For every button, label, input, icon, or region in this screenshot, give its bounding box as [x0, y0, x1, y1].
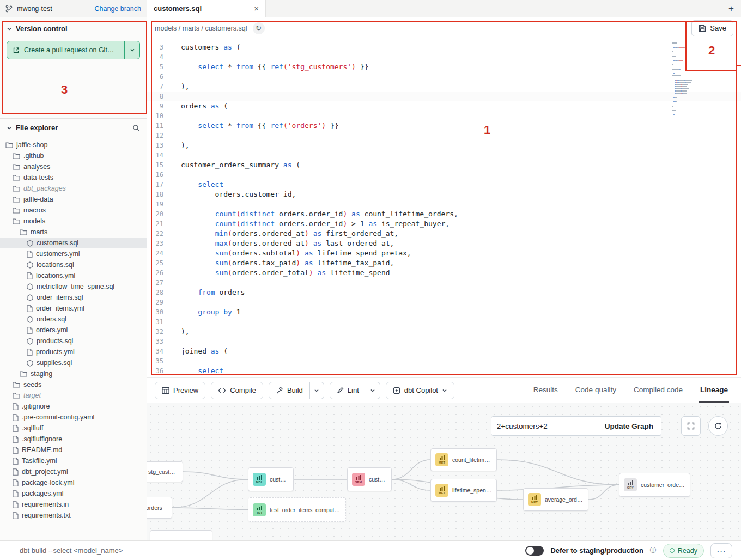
tree-item-locations.sql[interactable]: locations.sql	[0, 259, 147, 270]
lineage-node-test_order_items_compute_to_bools[interactable]: TSTtest_order_items_compute_to_bools…	[248, 497, 346, 522]
code-line-3[interactable]: 3customers as (	[147, 42, 741, 52]
code-line-11[interactable]: 11 select * from {{ ref('orders') }}	[147, 121, 741, 131]
code-line-15[interactable]: 15customer_orders_summary as (	[147, 160, 741, 170]
lineage-node-count_lifetime_orders[interactable]: METcount_lifetime_orders	[430, 448, 497, 471]
code-line-28[interactable]: 28 from orders	[147, 288, 741, 297]
code-line-5[interactable]: 5 select * from {{ ref('stg_customers') …	[147, 62, 741, 72]
code-line-20[interactable]: 20 count(distinct orders.order_id) as co…	[147, 209, 741, 219]
code-line-17[interactable]: 17 select	[147, 180, 741, 190]
lineage-node-lifetime_spend_pretax[interactable]: METlifetime_spend_pretax	[430, 479, 497, 502]
code-line-6[interactable]: 6	[147, 72, 741, 82]
tree-item-staging[interactable]: staging	[0, 368, 147, 379]
tree-item-.sqlfluff[interactable]: .sqlfluff	[0, 423, 147, 434]
code-line-8[interactable]: 8	[147, 92, 741, 101]
tab-compiled-code[interactable]: Compiled code	[633, 378, 684, 403]
code-line-9[interactable]: 9orders as (	[147, 101, 741, 111]
update-graph-button[interactable]: Update Graph	[597, 416, 661, 436]
minimap[interactable]	[672, 42, 720, 117]
build-button[interactable]: Build	[269, 382, 310, 399]
save-button[interactable]: Save	[691, 20, 733, 36]
tree-item-orders.sql[interactable]: orders.sql	[0, 314, 147, 325]
code-editor[interactable]: 3customers as (45 select * from {{ ref('…	[147, 39, 741, 377]
code-line-31[interactable]: 31	[147, 317, 741, 327]
tree-item-requirements.in[interactable]: requirements.in	[0, 499, 147, 510]
code-line-18[interactable]: 18 orders.customer_id,	[147, 190, 741, 199]
code-line-13[interactable]: 13),	[147, 141, 741, 150]
code-line-12[interactable]: 12	[147, 131, 741, 141]
tree-item-target[interactable]: target	[0, 390, 147, 401]
tree-item-customers.yml[interactable]: customers.yml	[0, 248, 147, 259]
code-line-24[interactable]: 24 sum(orders.subtotal) as lifetime_spen…	[147, 248, 741, 258]
create-pull-request-main[interactable]: Create a pull request on Git…	[7, 41, 124, 59]
lint-dropdown-button[interactable]	[366, 382, 380, 399]
code-line-33[interactable]: 33	[147, 337, 741, 346]
code-line-29[interactable]: 29	[147, 297, 741, 307]
code-line-34[interactable]: 34joined as (	[147, 346, 741, 356]
tree-item-.pre-commit-config.yaml[interactable]: .pre-commit-config.yaml	[0, 412, 147, 423]
code-line-23[interactable]: 23 max(orders.ordered_at) as last_ordere…	[147, 239, 741, 248]
dbt-copilot-button[interactable]: dbt Copilot	[386, 382, 454, 399]
info-icon[interactable]: ⓘ	[650, 546, 657, 555]
tree-item-seeds[interactable]: seeds	[0, 379, 147, 390]
code-line-36[interactable]: 36 select	[147, 366, 741, 376]
tab-results[interactable]: Results	[532, 378, 559, 403]
code-line-4[interactable]: 4	[147, 52, 741, 62]
change-branch-link[interactable]: Change branch	[95, 5, 141, 13]
tree-item-metricflow-time-spine.sql[interactable]: metricflow_time_spine.sql	[0, 281, 147, 292]
code-line-21[interactable]: 21 count(distinct orders.order_id) > 1 a…	[147, 219, 741, 229]
code-line-25[interactable]: 25 sum(orders.tax_paid) as lifetime_tax_…	[147, 258, 741, 268]
code-line-26[interactable]: 26 sum(orders.order_total) as lifetime_s…	[147, 268, 741, 278]
tree-item-macros[interactable]: macros	[0, 205, 147, 216]
tree-item-jaffle-data[interactable]: jaffle-data	[0, 194, 147, 205]
tree-item-products.sql[interactable]: products.sql	[0, 336, 147, 346]
more-options-button[interactable]: ···	[710, 543, 732, 558]
lineage-node-partial[interactable]	[150, 530, 212, 540]
code-line-32[interactable]: 32),	[147, 327, 741, 337]
preview-button[interactable]: Preview	[155, 382, 205, 399]
defer-toggle[interactable]	[525, 546, 544, 556]
build-dropdown-button[interactable]	[310, 382, 324, 399]
code-line-14[interactable]: 14	[147, 150, 741, 160]
tree-item-order-items.yml[interactable]: order_items.yml	[0, 303, 147, 314]
tab-code-quality[interactable]: Code quality	[574, 378, 617, 403]
code-line-35[interactable]: 35	[147, 356, 741, 366]
fullscreen-button[interactable]	[681, 416, 701, 436]
file-explorer-header[interactable]: File explorer	[0, 119, 147, 135]
lineage-node-customer_order_metrics[interactable]: QRYcustomer_order_metrics	[619, 473, 690, 497]
tree-item-products.yml[interactable]: products.yml	[0, 346, 147, 357]
tree-item-.sqlfluffignore[interactable]: .sqlfluffignore	[0, 434, 147, 445]
tree-item-models[interactable]: models	[0, 216, 147, 227]
tree-item-dbt-packages[interactable]: dbt_packages	[0, 183, 147, 194]
code-line-7[interactable]: 7),	[147, 82, 741, 92]
tree-item-analyses[interactable]: analyses	[0, 161, 147, 172]
lineage-panel[interactable]: MDLstg_customersMDLordersMDLcustomersTST…	[147, 403, 741, 540]
lineage-node-average_order_value[interactable]: METaverage_order_value	[523, 488, 588, 511]
code-line-22[interactable]: 22 min(orders.ordered_at) as first_order…	[147, 229, 741, 239]
tree-item-Taskfile.yml[interactable]: Taskfile.yml	[0, 455, 147, 466]
lineage-node-orders[interactable]: MDLorders	[147, 497, 172, 519]
lineage-node-customers[interactable]: SEMcustomers	[347, 467, 392, 491]
code-line-10[interactable]: 10	[147, 111, 741, 121]
refresh-file-icon[interactable]: ↻	[253, 22, 265, 34]
lineage-selector-input[interactable]	[491, 416, 597, 436]
tree-item-supplies.sql[interactable]: supplies.sql	[0, 357, 147, 368]
tree-item-.github[interactable]: .github	[0, 150, 147, 161]
tree-item-README.md[interactable]: README.md	[0, 445, 147, 455]
new-tab-button[interactable]: +	[721, 0, 741, 17]
close-tab-icon[interactable]: ×	[254, 4, 259, 13]
code-line-30[interactable]: 30 group by 1	[147, 307, 741, 317]
tree-item-package-lock.yml[interactable]: package-lock.yml	[0, 477, 147, 488]
tree-item-data-tests[interactable]: data-tests	[0, 172, 147, 183]
code-line-16[interactable]: 16	[147, 170, 741, 180]
tree-item-customers.sql[interactable]: customers.sql	[0, 238, 147, 248]
editor-tab-customers-sql[interactable]: customers.sql ×	[147, 0, 266, 17]
tab-lineage[interactable]: Lineage	[699, 378, 729, 403]
search-icon[interactable]	[132, 124, 140, 132]
tree-item-jaffle-shop[interactable]: jaffle-shop	[0, 139, 147, 150]
version-control-header[interactable]: Version control	[0, 17, 147, 38]
tree-item-orders.yml[interactable]: orders.yml	[0, 325, 147, 336]
tree-item-order-items.sql[interactable]: order_items.sql	[0, 292, 147, 303]
pull-request-dropdown-button[interactable]	[124, 41, 139, 59]
tree-item-requirements.txt[interactable]: requirements.txt	[0, 510, 147, 521]
code-line-19[interactable]: 19	[147, 199, 741, 209]
